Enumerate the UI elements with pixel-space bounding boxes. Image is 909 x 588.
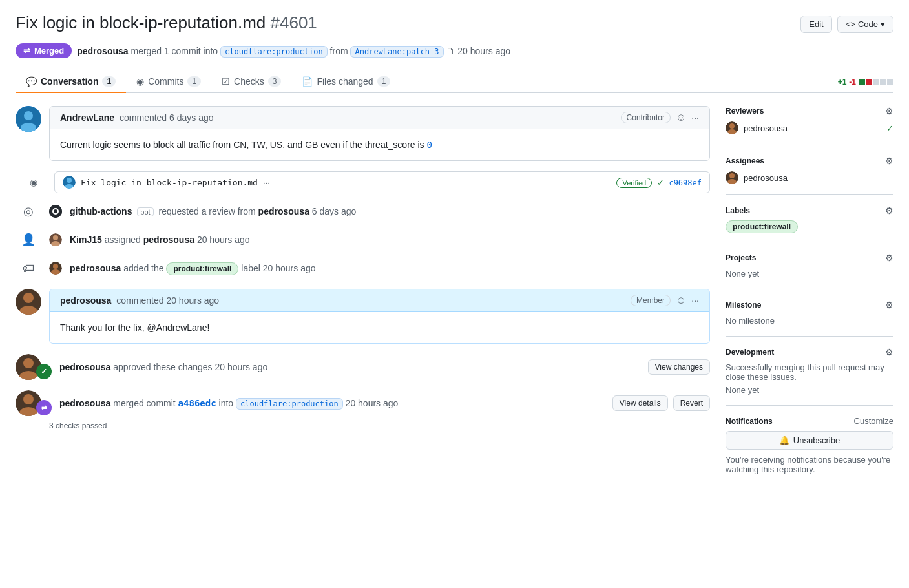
review-text: github-actions bot requested a review fr…	[70, 206, 356, 216]
comment-header-left: AndrewLane commented 6 days ago	[60, 112, 214, 123]
code-button[interactable]: <> Code ▾	[837, 16, 893, 33]
diff-block-3	[873, 79, 879, 85]
labels-gear-icon[interactable]: ⚙	[885, 205, 893, 216]
tabs-wrapper: 💬 Conversation 1 ◉ Commits 1 ☑ Checks 3 …	[16, 71, 893, 93]
person-icon: 👤	[21, 233, 36, 247]
assign-item: 👤 KimJ15 assigned pedrosousa 20 hours ag…	[16, 232, 710, 247]
comment-box-pedrosousa: pedrosousa commented 20 hours ago Member…	[49, 289, 710, 344]
commit-reference-row: ◉ Fix logic in block-ip-reputation.md ··…	[16, 171, 710, 193]
checkmark-icon: ✓	[657, 178, 664, 187]
merge-action-buttons: View details Revert	[612, 395, 710, 411]
svg-point-19	[23, 358, 34, 368]
merge-symbol: ⇌	[41, 404, 47, 412]
head-branch[interactable]: AndrewLane:patch-3	[350, 46, 443, 58]
diff-block-1	[859, 79, 865, 85]
emoji-button-2[interactable]: ☺	[676, 295, 686, 306]
contributor-badge: Contributor	[621, 112, 671, 123]
tab-files[interactable]: 📄 Files changed 1	[291, 71, 401, 93]
diff-deletions: -1	[849, 78, 856, 87]
development-header: Development ⚙	[726, 347, 893, 357]
reviewers-title: Reviewers	[726, 107, 764, 116]
assignees-gear-icon[interactable]: ⚙	[885, 156, 893, 166]
commit-icon-area: ◉	[21, 177, 47, 187]
comment-pedrosousa: pedrosousa commented 20 hours ago Member…	[16, 289, 710, 344]
main-layout: AndrewLane commented 6 days ago Contribu…	[16, 93, 893, 485]
commits-icon: ◉	[136, 76, 144, 87]
commit-verified-area: Verified ✓ c9698ef	[616, 178, 702, 187]
customize-link[interactable]: Customize	[854, 416, 893, 426]
assign-actor: KimJ15	[70, 235, 102, 245]
svg-point-22	[23, 394, 34, 404]
edit-button[interactable]: Edit	[800, 16, 831, 33]
avatar-svg	[16, 106, 41, 132]
conversation-col: AndrewLane commented 6 days ago Contribu…	[16, 106, 710, 485]
milestone-section: Milestone ⚙ No milestone	[726, 289, 893, 337]
development-gear-icon[interactable]: ⚙	[885, 347, 893, 357]
checks-icon: ☑	[222, 76, 230, 87]
commit-box: Fix logic in block-ip-reputation.md ··· …	[54, 171, 710, 193]
conversation-count: 1	[102, 76, 116, 87]
reviewers-gear-icon[interactable]: ⚙	[885, 106, 893, 116]
reviewer-avatar-svg	[726, 121, 738, 134]
base-branch[interactable]: cloudflare:production	[220, 46, 328, 58]
conversation-icon: 💬	[26, 76, 37, 87]
diff-additions: +1	[838, 78, 847, 87]
commit-avatar	[63, 176, 76, 189]
tab-commits[interactable]: ◉ Commits 1	[126, 71, 211, 93]
approved-check-icon: ✓	[36, 364, 52, 379]
merged-icon: ⇌	[36, 400, 52, 415]
merge-target-branch[interactable]: cloudflare:production	[236, 398, 343, 410]
comment-text-pedrosousa: Thank you for the fix, @AndrewLane!	[60, 322, 699, 333]
commit-avatar-svg	[63, 176, 76, 189]
label-icon-area: 🏷	[16, 260, 41, 276]
tab-checks[interactable]: ☑ Checks 3	[211, 71, 291, 93]
milestone-gear-icon[interactable]: ⚙	[885, 300, 893, 310]
projects-gear-icon[interactable]: ⚙	[885, 253, 893, 263]
review-actor: github-actions	[70, 206, 132, 216]
revert-button[interactable]: Revert	[673, 395, 710, 411]
merge-icon: ⇌	[23, 46, 30, 56]
notifications-section: Notifications Customize 🔔 Unsubscribe Yo…	[726, 406, 893, 485]
commit-title: Fix logic in block-ip-reputation.md	[81, 178, 258, 187]
label-badge: product:firewall	[726, 220, 798, 233]
svg-point-1	[24, 111, 33, 120]
tab-checks-label: Checks	[234, 76, 264, 87]
sidebar-col: Reviewers ⚙ pedrosousa ✓	[726, 106, 893, 485]
comment-header-andrewlane: AndrewLane commented 6 days ago Contribu…	[50, 107, 709, 129]
labels-section: Labels ⚙ product:firewall	[726, 195, 893, 242]
view-details-button[interactable]: View details	[612, 395, 668, 411]
unsubscribe-button[interactable]: 🔔 Unsubscribe	[726, 431, 893, 450]
assignee-pedrosousa: pedrosousa	[726, 171, 893, 184]
avatar-pedrosousa	[16, 289, 41, 315]
commit-ellipsis: ···	[263, 178, 270, 187]
review-icon-area: ◎	[16, 204, 41, 219]
member-badge: Member	[631, 295, 671, 306]
more-button-1[interactable]: ···	[691, 112, 699, 123]
reviewer-pedrosousa: pedrosousa ✓	[726, 121, 893, 134]
checks-passed: 3 checks passed	[16, 421, 710, 430]
unsubscribe-label: Unsubscribe	[793, 436, 840, 445]
pr-meta: ⇌ Merged pedrosousa merged 1 commit into…	[16, 43, 893, 58]
pr-title: Fix logic in block-ip-reputation.md #460…	[16, 13, 317, 33]
assign-text: KimJ15 assigned pedrosousa 20 hours ago	[70, 235, 250, 245]
comment-time-andrewlane: commented 6 days ago	[120, 112, 214, 123]
bot-badge: bot	[137, 207, 153, 216]
chevron-down-icon: ▾	[881, 19, 885, 29]
more-button-2[interactable]: ···	[691, 295, 699, 306]
svg-point-10	[53, 235, 58, 240]
commit-dot-icon: ◉	[30, 177, 37, 187]
review-target: pedrosousa	[258, 206, 309, 216]
svg-point-13	[53, 264, 58, 269]
emoji-button-1[interactable]: ☺	[676, 112, 686, 123]
projects-none: None yet	[726, 269, 759, 278]
label-item: 🏷 pedrosousa added the product:firewall …	[16, 260, 710, 276]
tab-conversation[interactable]: 💬 Conversation 1	[16, 71, 126, 93]
view-changes-button[interactable]: View changes	[648, 359, 711, 375]
svg-point-16	[23, 293, 34, 303]
pr-number: #4601	[271, 13, 317, 32]
kimj15-avatar-svg	[49, 233, 62, 246]
reviewers-section: Reviewers ⚙ pedrosousa ✓	[726, 106, 893, 145]
merged-item: ⇌ pedrosousa merged commit a486edc into …	[16, 390, 710, 416]
github-actions-avatar	[49, 205, 62, 218]
milestone-none: No milestone	[726, 316, 775, 326]
